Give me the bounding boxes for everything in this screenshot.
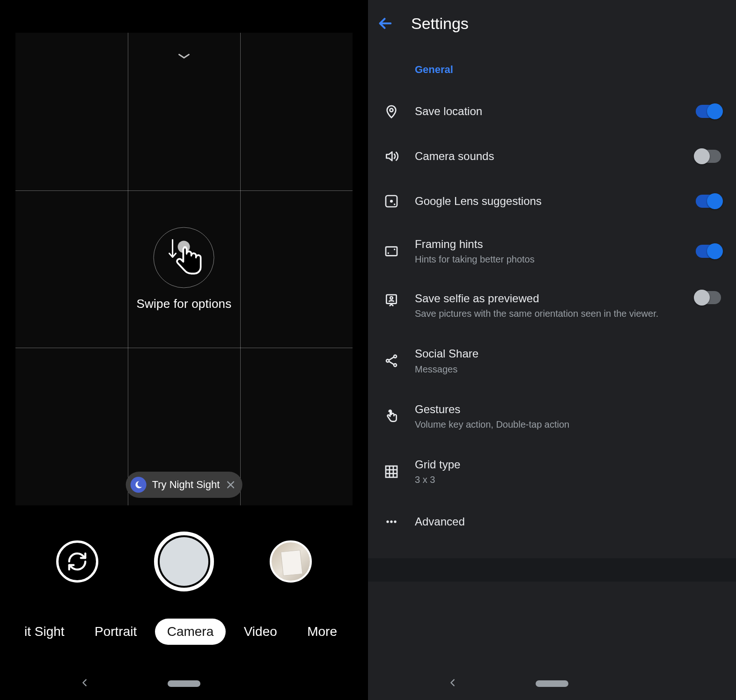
viewfinder[interactable]: Swipe for options Try Night Sight	[15, 33, 353, 505]
gallery-thumbnail[interactable]	[270, 540, 312, 583]
setting-grid-type[interactable]: Grid type 3 x 3	[368, 444, 725, 499]
camera-app-pane: Swipe for options Try Night Sight	[0, 0, 368, 700]
share-icon	[382, 351, 401, 370]
settings-pane: Settings General Save location Camera so…	[368, 0, 736, 700]
svg-point-23	[386, 520, 389, 523]
setting-subtitle: Volume key action, Double-tap action	[415, 418, 715, 431]
toggle-google-lens[interactable]	[696, 195, 721, 208]
toggle-framing-hints[interactable]	[696, 245, 721, 258]
nav-home-pill[interactable]	[168, 680, 200, 687]
frame-icon	[382, 242, 401, 261]
nav-back-icon[interactable]	[80, 678, 90, 690]
setting-subtitle: 3 x 3	[415, 474, 715, 486]
setting-title: Save selfie as previewed	[415, 291, 676, 306]
system-navbar-right	[368, 667, 736, 700]
night-sight-chip-label: Try Night Sight	[152, 479, 220, 491]
sound-icon	[382, 147, 401, 166]
svg-point-25	[394, 520, 396, 523]
nav-home-pill[interactable]	[536, 680, 568, 687]
svg-point-15	[394, 364, 397, 367]
moon-icon	[131, 477, 147, 493]
swipe-hint-label: Swipe for options	[137, 297, 232, 311]
settings-title: Settings	[411, 15, 469, 33]
settings-header: Settings	[368, 0, 736, 47]
lens-icon	[382, 192, 401, 211]
svg-point-13	[386, 360, 389, 363]
mode-more[interactable]: More	[295, 619, 349, 645]
gesture-icon	[382, 407, 401, 426]
system-navbar-left	[0, 667, 368, 700]
swipe-gesture-icon	[154, 227, 214, 288]
settings-section-general: General	[368, 47, 736, 89]
svg-point-12	[390, 297, 392, 299]
setting-title: Gestures	[415, 402, 715, 416]
mode-video[interactable]: Video	[232, 619, 289, 645]
svg-point-9	[388, 252, 389, 254]
toggle-save-location[interactable]	[696, 105, 721, 118]
mode-camera[interactable]: Camera	[155, 619, 226, 645]
setting-title: Camera sounds	[415, 149, 676, 163]
location-pin-icon	[382, 102, 401, 121]
swipe-hint: Swipe for options	[137, 227, 232, 311]
camera-controls	[0, 529, 368, 594]
close-icon[interactable]	[225, 480, 236, 490]
svg-rect-18	[386, 466, 397, 477]
svg-point-6	[390, 200, 393, 203]
back-arrow-icon[interactable]	[377, 15, 393, 31]
setting-title: Advanced	[415, 514, 715, 529]
mode-night-sight[interactable]: it Sight	[12, 619, 77, 645]
svg-point-4	[390, 109, 393, 112]
nav-back-icon[interactable]	[448, 678, 458, 690]
svg-point-14	[394, 355, 397, 358]
setting-title: Social Share	[415, 346, 715, 361]
setting-save-selfie[interactable]: Save selfie as previewed Save pictures w…	[368, 279, 725, 333]
setting-title: Grid type	[415, 457, 715, 472]
svg-point-24	[390, 520, 392, 523]
setting-title: Save location	[415, 104, 676, 118]
mode-portrait[interactable]: Portrait	[82, 619, 149, 645]
setting-gestures[interactable]: Gestures Volume key action, Double-tap a…	[368, 389, 725, 444]
svg-line-17	[389, 362, 394, 365]
setting-advanced[interactable]: Advanced	[368, 499, 725, 544]
setting-framing-hints[interactable]: Framing hints Hints for taking better ph…	[368, 224, 725, 279]
shutter-button[interactable]	[154, 532, 214, 591]
svg-rect-8	[386, 247, 397, 256]
chevron-down-icon[interactable]	[175, 51, 193, 61]
grid-icon	[382, 462, 401, 481]
setting-title: Google Lens suggestions	[415, 194, 676, 208]
settings-list: Save location Camera sounds Google Len	[368, 89, 736, 544]
dots-icon	[382, 512, 401, 531]
switch-camera-button[interactable]	[56, 540, 98, 583]
setting-title: Framing hints	[415, 237, 676, 251]
selfie-icon	[382, 291, 401, 310]
mode-selector[interactable]: it Sight Portrait Camera Video More	[0, 613, 368, 650]
svg-line-16	[389, 357, 394, 360]
svg-point-10	[394, 248, 395, 250]
setting-save-location[interactable]: Save location	[368, 89, 725, 134]
setting-subtitle: Save pictures with the same orientation …	[415, 307, 676, 320]
svg-point-7	[394, 204, 395, 205]
toggle-camera-sounds[interactable]	[696, 150, 721, 163]
setting-subtitle: Messages	[415, 363, 715, 376]
toggle-save-selfie[interactable]	[696, 291, 721, 304]
setting-google-lens[interactable]: Google Lens suggestions	[368, 179, 725, 224]
settings-bottom-space	[368, 558, 736, 582]
setting-subtitle: Hints for taking better photos	[415, 253, 676, 266]
setting-camera-sounds[interactable]: Camera sounds	[368, 134, 725, 179]
night-sight-chip[interactable]: Try Night Sight	[126, 472, 243, 498]
setting-social-share[interactable]: Social Share Messages	[368, 333, 725, 388]
